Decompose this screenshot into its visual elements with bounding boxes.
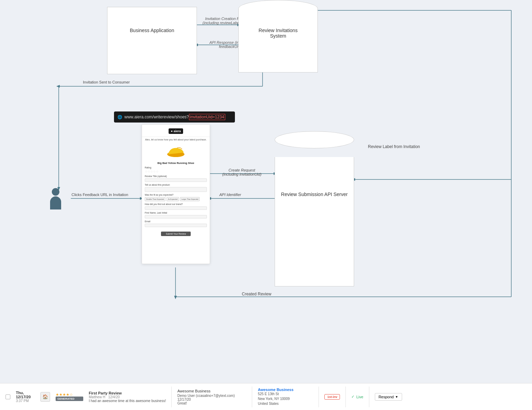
globe-icon: 🌐 <box>117 115 122 119</box>
status-section: ✓ Live <box>351 394 363 399</box>
review-title: First Party Review <box>89 391 166 395</box>
form-logo: ● aiera <box>169 128 183 134</box>
form-review-title-input <box>145 178 207 182</box>
review-label-from-invitation: Review Label from Invitation <box>368 144 420 149</box>
badge-section: 1st-inv <box>324 394 340 400</box>
form-tell-us-textarea <box>145 187 207 192</box>
address-line1: 525 E 13th St <box>258 392 313 397</box>
form-name-label: First Name, Last Initial <box>142 211 210 214</box>
form-shoe-image <box>142 142 210 161</box>
create-request-label: Create Request(including invitationUid) <box>214 168 269 176</box>
divider-1 <box>171 387 172 407</box>
form-stars: ☆☆☆☆☆ <box>142 169 210 174</box>
url-highlighted-text: invitationUid=1234 <box>189 114 225 120</box>
row-checkbox[interactable] <box>6 394 10 399</box>
url-normal-text: www.aiera.com/writereview/shoes? <box>124 115 189 119</box>
review-body-text: I had an awesome time at this awesome bu… <box>89 399 166 403</box>
diagram-area: Business Application Invitation Creation… <box>0 0 532 383</box>
user-info: Demo User (ccasalino+7@ytext.com) <box>177 394 246 398</box>
divider-3 <box>319 387 319 407</box>
business-app-box <box>107 7 197 74</box>
review-text-section: First Party Review Matthew H 12/4/20 I h… <box>89 391 166 403</box>
divider-4 <box>345 387 346 407</box>
star-rating: ★★★★☆ <box>56 393 83 397</box>
fit-option-smaller: Smaller Than Expected <box>145 197 165 201</box>
review-form-mockup: ● aiera Alex, let us know how you felt a… <box>142 124 210 264</box>
home-icon: 🏠 <box>40 392 50 402</box>
bottom-bar: Thu, 12/17/20 3:37 PM 🏠 ★★★★☆ GENERATED … <box>0 383 532 410</box>
divider-5 <box>369 387 369 407</box>
form-header: ● aiera <box>142 125 210 137</box>
form-fit-label: Was the fit as you expected? <box>142 193 210 196</box>
business-link[interactable]: Awesome Business <box>258 388 313 392</box>
form-submit-row: Submit Your Review <box>142 228 210 238</box>
person-head <box>52 188 59 196</box>
form-tell-us-label: Tell us about this product: <box>142 183 210 186</box>
chevron-down-icon: ▼ <box>395 395 398 399</box>
review-date: Thu, 12/17/20 <box>16 391 35 399</box>
form-name-input <box>145 215 207 218</box>
form-find-out-label: How did you find out about our brand? <box>142 202 210 206</box>
form-email-input <box>145 224 207 227</box>
person-body <box>50 196 61 209</box>
rsas-label: Review Submission API Server <box>280 192 349 197</box>
submission-date: 12/17/20 <box>177 398 246 401</box>
url-bar: 🌐 www.aiera.com/writereview/shoes?invita… <box>114 111 235 123</box>
svg-marker-9 <box>56 85 60 88</box>
review-time: 3:37 PM <box>16 399 35 403</box>
address-line2: New York, NY 10009 <box>258 397 313 401</box>
svg-marker-20 <box>174 296 177 299</box>
form-review-title-label: Review Title (optional) <box>142 174 210 178</box>
invitation-sent-label: Invitation Sent to Consumer <box>83 80 130 84</box>
form-product-name: Big Bad Yellow Running Shoe <box>142 161 210 165</box>
business-name-bottom: Awesome Business <box>177 388 246 394</box>
fit-option-larger: Larger Than Expected <box>180 197 200 201</box>
address-section: Awesome Business 525 E 13th St New York,… <box>258 388 313 406</box>
address-line3: United States <box>258 401 313 406</box>
fit-option-as: As Expected <box>167 197 179 201</box>
form-greeting: Alex, let us know how you felt about you… <box>142 137 210 142</box>
respond-button[interactable]: Respond ▼ <box>375 393 402 401</box>
created-review-label: Created Review <box>242 292 271 296</box>
inv-badge: 1st-inv <box>324 394 340 400</box>
reviewer-info: Matthew H 12/4/20 <box>89 395 166 399</box>
clicks-feedback-label: Clicks Feedback URL in Invitation <box>72 193 128 197</box>
status-live: Live <box>356 395 363 399</box>
rsas-cylinder-top <box>275 131 354 148</box>
consumer-person-icon <box>50 188 61 209</box>
business-info-section: Awesome Business Demo User (ccasalino+7@… <box>177 388 246 406</box>
generated-badge: GENERATED <box>56 397 83 401</box>
ris-cylinder-body <box>238 9 318 72</box>
check-icon: ✓ <box>351 394 354 399</box>
notes: Great! <box>177 401 246 405</box>
divider-2 <box>252 387 252 407</box>
form-rating-label: Rating <box>142 165 210 169</box>
form-email-label: Email <box>142 219 210 223</box>
business-app-label: Business Application <box>114 28 190 33</box>
rating-section: ★★★★☆ GENERATED <box>56 393 83 401</box>
rsas-cylinder-body <box>275 157 354 286</box>
form-submit-button[interactable]: Submit Your Review <box>161 232 191 236</box>
review-date-section: Thu, 12/17/20 3:37 PM <box>16 391 35 403</box>
api-identifier-label: API Identifier <box>219 193 241 197</box>
form-find-out-input <box>145 206 207 210</box>
form-fit-options: Smaller Than Expected As Expected Larger… <box>142 196 210 202</box>
rsas-cylinder <box>275 131 354 286</box>
ris-label: Review InvitationsSystem <box>242 28 314 39</box>
